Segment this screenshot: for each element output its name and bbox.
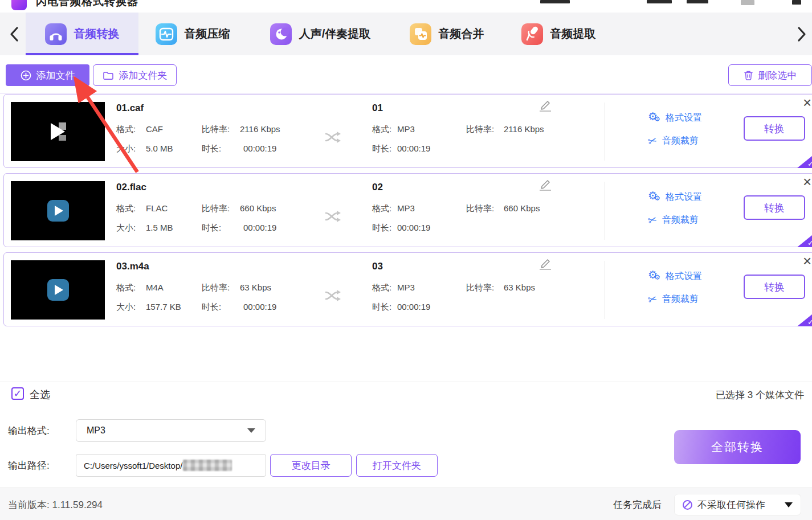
scissors-icon: ✂	[646, 133, 658, 148]
format-label: 格式:	[116, 282, 136, 293]
tab-label: 音频压缩	[185, 26, 230, 42]
shuffle-icon	[325, 289, 342, 302]
version-label: 当前版本:	[8, 499, 50, 510]
after-task-value: 不采取任何操作	[697, 498, 765, 511]
open-folder-button[interactable]: 打开文件夹	[356, 454, 438, 477]
convert-label: 转换	[764, 280, 785, 294]
remove-file-icon[interactable]: ×	[803, 174, 811, 190]
file-thumbnail[interactable]	[11, 181, 105, 240]
source-filename: 03.m4a	[116, 261, 149, 272]
convert-button[interactable]: 转换	[744, 116, 805, 141]
audio-trim-link[interactable]: ✂ 音频裁剪	[648, 134, 699, 148]
format-label: 格式:	[372, 282, 391, 293]
size-label: 大小:	[116, 144, 136, 154]
source-filename: 01.caf	[116, 103, 144, 114]
no-action-icon	[683, 500, 692, 510]
bitrate-label: 比特率:	[202, 203, 230, 214]
tabs-scroll-right-button[interactable]	[792, 24, 811, 44]
open-folder-label: 打开文件夹	[373, 459, 421, 472]
duration-label: 时长:	[202, 144, 221, 154]
source-size-value: 157.7 KB	[146, 302, 181, 312]
file-thumbnail[interactable]	[11, 102, 105, 161]
remove-file-icon[interactable]: ×	[803, 95, 811, 110]
file-row-1: 01.caf 格式: CAF 比特率: 2116 Kbps 大小: 5.0 MB…	[3, 94, 812, 168]
trash-icon	[744, 70, 753, 80]
tab-vocal-extract[interactable]: 人声/伴奏提取	[258, 13, 383, 55]
tab-label: 人声/伴奏提取	[299, 26, 371, 42]
minimize-button-cropped[interactable]	[741, 0, 754, 5]
divider	[0, 382, 812, 382]
output-path-input[interactable]: C:/Users/yssoft1/Desktop/	[76, 454, 266, 477]
source-bitrate-value: 63 Kbps	[240, 282, 271, 292]
tabbar: 音频转换 音频压缩 人声/伴奏提取 音频合并 音频提取	[0, 13, 812, 55]
source-duration-value: 00:00:19	[243, 144, 276, 153]
convert-button[interactable]: 转换	[744, 275, 805, 299]
titlebar: 闪电音频格式转换器	[0, 0, 812, 13]
folder-icon	[103, 71, 114, 80]
bitrate-label: 比特率:	[466, 203, 494, 214]
check-icon: ✓	[807, 239, 812, 247]
tab-audio-extract[interactable]: 音频提取	[511, 13, 606, 55]
add-file-button[interactable]: 添加文件	[6, 64, 89, 86]
add-folder-button[interactable]: 添加文件夹	[93, 64, 177, 86]
format-label: 格式:	[116, 203, 136, 214]
bitrate-label: 比特率:	[202, 282, 230, 293]
file-document-icon	[48, 122, 68, 141]
remove-file-icon[interactable]: ×	[803, 253, 811, 269]
select-all-checkbox[interactable]: ✓	[11, 387, 24, 400]
delete-selected-button[interactable]: 删除选中	[728, 64, 812, 86]
audio-trim-label: 音频裁剪	[662, 293, 699, 305]
selected-check-badge[interactable]: ✓	[797, 232, 812, 247]
output-duration-value: 00:00:19	[397, 302, 430, 312]
source-duration-value: 00:00:19	[243, 302, 276, 312]
audio-trim-link[interactable]: ✂ 音频裁剪	[648, 214, 699, 227]
convert-label: 转换	[764, 122, 785, 136]
edit-pencil-icon[interactable]	[537, 99, 552, 113]
edit-pencil-icon[interactable]	[537, 257, 552, 271]
format-settings-link[interactable]: ⚙⚙ 格式设置	[648, 270, 702, 282]
divider	[0, 93, 812, 93]
source-format-value: FLAC	[146, 203, 168, 213]
waveform-icon	[156, 23, 177, 45]
convert-button[interactable]: 转换	[744, 195, 805, 220]
audio-trim-label: 音频裁剪	[662, 214, 699, 226]
divider	[605, 103, 605, 161]
tab-label: 音频转换	[74, 26, 120, 42]
tab-audio-convert[interactable]: 音频转换	[26, 13, 138, 55]
redacted-path-segment	[183, 460, 232, 471]
after-task-select[interactable]: 不采取任何操作	[674, 494, 801, 515]
add-folder-label: 添加文件夹	[119, 69, 168, 82]
file-thumbnail[interactable]	[11, 260, 105, 320]
format-settings-link[interactable]: ⚙⚙ 格式设置	[648, 112, 702, 124]
output-filename: 01	[372, 103, 383, 114]
convert-all-button[interactable]: 全部转换	[674, 430, 801, 464]
source-bitrate-value: 2116 Kbps	[240, 124, 280, 134]
tabs-scroll-left-button[interactable]	[5, 24, 24, 44]
version-text: 当前版本: 1.11.59.294	[8, 498, 103, 511]
change-directory-button[interactable]: 更改目录	[270, 454, 352, 477]
size-label: 大小:	[116, 302, 136, 313]
output-format-select[interactable]: MP3	[76, 419, 266, 442]
size-label: 大小:	[116, 223, 136, 234]
edit-pencil-icon[interactable]	[537, 178, 552, 192]
change-directory-label: 更改目录	[292, 459, 330, 472]
select-all-label[interactable]: 全选	[30, 388, 50, 402]
add-file-label: 添加文件	[36, 69, 75, 82]
app-window: 闪电音频格式转换器 音频转换 音频压缩 人声/伴奏提取	[0, 0, 812, 520]
check-icon: ✓	[13, 388, 22, 399]
tab-audio-merge[interactable]: 音频合并	[399, 13, 495, 55]
tab-audio-compress[interactable]: 音频压缩	[144, 13, 242, 55]
selected-check-badge[interactable]: ✓	[797, 312, 812, 326]
duration-label: 时长:	[372, 223, 391, 234]
gears-icon: ⚙⚙	[648, 112, 660, 124]
scissors-icon: ✂	[646, 292, 658, 306]
format-settings-link[interactable]: ⚙⚙ 格式设置	[648, 191, 702, 203]
bitrate-label: 比特率:	[466, 124, 494, 135]
audio-trim-link[interactable]: ✂ 音频裁剪	[648, 293, 699, 306]
titlebar-cropped-text	[647, 0, 672, 3]
face-icon	[270, 23, 292, 45]
close-button-cropped[interactable]	[792, 0, 801, 5]
selected-check-badge[interactable]: ✓	[797, 153, 812, 168]
convert-label: 转换	[764, 201, 785, 215]
divider	[605, 261, 605, 319]
